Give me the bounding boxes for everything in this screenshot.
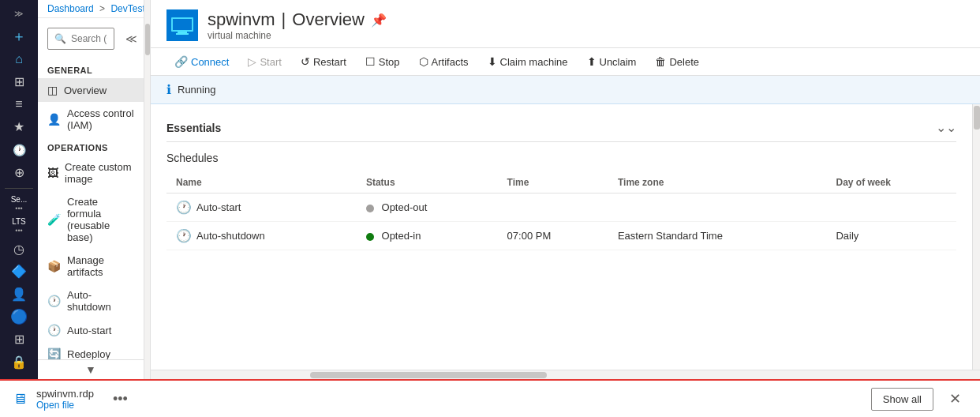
marketplace-btn[interactable]: ⊕ — [3, 162, 35, 183]
nav-item-overview[interactable]: ◫ Overview — [38, 78, 144, 102]
dashboard-btn[interactable]: ⊞ — [3, 71, 35, 92]
svg-rect-3 — [178, 32, 187, 33]
se-btn[interactable]: Se... ••• — [3, 193, 35, 214]
unclaim-icon: ⬆ — [587, 55, 597, 68]
svg-rect-4 — [176, 33, 189, 35]
expand-sidebar-btn[interactable]: ≫ — [3, 3, 35, 24]
nav-item-custom-image-label: Create custom image — [65, 161, 134, 185]
nav-item-formula[interactable]: 🧪 Create formula (reusable base) — [38, 190, 144, 249]
opted-out-dot — [366, 205, 374, 212]
artifacts-icon: ⬡ — [419, 55, 428, 68]
auto-shutdown-row-icon: 🕐 — [176, 228, 192, 243]
collapse-nav-btn[interactable]: ≪ — [125, 32, 137, 45]
auto-start-row-icon: 🕐 — [176, 200, 192, 215]
breadcrumb: Dashboard > DevTest Labs > mydtl0717 > — [38, 0, 144, 18]
recents-btn[interactable]: 🕐 — [3, 139, 35, 160]
status-bar: ℹ Running — [151, 76, 980, 104]
schedules-section: Schedules Name Status Time Time zone Day… — [166, 152, 956, 250]
h-scroll-thumb[interactable] — [310, 372, 547, 378]
claim-machine-button[interactable]: ⬇ Claim machine — [480, 51, 576, 72]
table-row: 🕐 Auto-start Opted-out — [166, 193, 956, 222]
sep1: > — [99, 3, 105, 14]
show-all-button[interactable]: Show all — [871, 388, 933, 411]
stop-icon: ☐ — [365, 55, 376, 68]
h-scroll-track[interactable] — [152, 372, 978, 378]
breadcrumb-dashboard[interactable]: Dashboard — [47, 3, 94, 14]
grid2-btn[interactable]: ⊞ — [3, 329, 35, 351]
general-section-label: General — [38, 59, 144, 78]
nav-content: General ◫ Overview 👤 Access control (IAM… — [38, 59, 144, 359]
h-scrollbar[interactable] — [151, 370, 980, 379]
open-file-link[interactable]: Open file — [36, 400, 94, 411]
toolbar: 🔗 Connect ▷ Start ↺ Restart ☐ Stop ⬡ — [151, 48, 980, 76]
nav-item-auto-shutdown-label: Auto-shutdown — [67, 289, 134, 313]
nav-item-redeploy-label: Redeploy — [67, 348, 110, 360]
resource-header: spwinvm | Overview 📌 virtual machine — [151, 0, 980, 48]
running-info-icon: ℹ — [166, 82, 171, 97]
content-scroll-area: Essentials ⌄⌄ Schedules Name Status Time — [151, 104, 980, 370]
nav-item-auto-shutdown[interactable]: 🕐 Auto-shutdown — [38, 284, 144, 318]
new-resource-btn[interactable]: ＋ — [3, 26, 35, 47]
shield-btn[interactable]: 🔷 — [3, 261, 35, 282]
auto-shutdown-day-cell: Daily — [826, 222, 956, 250]
claim-label: Claim machine — [500, 56, 568, 68]
pin-icon[interactable]: 📌 — [371, 13, 387, 28]
stop-button[interactable]: ☐ Stop — [357, 51, 408, 72]
auto-shutdown-name: Auto-shutdown — [196, 230, 265, 242]
nav-item-manage-artifacts[interactable]: 📦 Manage artifacts — [38, 249, 144, 284]
clock-btn[interactable]: ◷ — [3, 239, 35, 260]
download-close-btn[interactable]: ✕ — [943, 387, 967, 411]
download-more-btn[interactable]: ••• — [107, 388, 134, 411]
auto-shutdown-time-cell: 07:00 PM — [498, 222, 608, 250]
content-scrollbar[interactable] — [972, 104, 980, 370]
lock-btn[interactable]: 🔒 — [3, 351, 35, 373]
nav-scroll-bottom: ▼ — [38, 359, 144, 379]
list-btn[interactable]: ≡ — [3, 94, 35, 115]
person2-btn[interactable]: 🔵 — [3, 306, 35, 328]
auto-start-icon: 🕐 — [47, 324, 61, 336]
unclaim-button[interactable]: ⬆ Unclaim — [579, 51, 645, 72]
search-input[interactable] — [71, 33, 107, 44]
nav-scroll-thumb[interactable] — [145, 24, 150, 55]
overview-icon: ◫ — [47, 84, 58, 96]
nav-item-iam-label: Access control (IAM) — [67, 107, 134, 131]
favorites-btn[interactable]: ★ — [3, 117, 35, 138]
schedule-table: Name Status Time Time zone Day of week — [166, 172, 956, 250]
nav-scrollbar[interactable] — [144, 0, 151, 379]
nav-item-redeploy[interactable]: 🔄 Redeploy — [38, 342, 144, 359]
operations-section-label: Operations — [38, 137, 144, 156]
resource-title-area: spwinvm | Overview 📌 virtual machine — [208, 9, 964, 41]
artifacts-button[interactable]: ⬡ Artifacts — [411, 51, 477, 72]
auto-shutdown-status: Opted-in — [382, 230, 421, 242]
auto-shutdown-status-cell: Opted-in — [357, 222, 498, 250]
lts-btn[interactable]: LTS ••• — [3, 216, 35, 237]
auto-start-name: Auto-start — [196, 201, 241, 213]
breadcrumb-devtest[interactable]: DevTest Labs — [110, 3, 144, 14]
connect-button[interactable]: 🔗 Connect — [166, 51, 237, 72]
resource-name: spwinvm | Overview 📌 — [208, 9, 964, 30]
essentials-expand-icon[interactable]: ⌄⌄ — [936, 120, 956, 135]
claim-icon: ⬇ — [488, 55, 497, 68]
artifacts-label: Artifacts — [432, 56, 469, 68]
auto-start-status-cell: Opted-out — [357, 193, 498, 222]
delete-button[interactable]: 🗑 Delete — [647, 51, 707, 72]
home-btn[interactable]: ⌂ — [3, 48, 35, 70]
content-area: spwinvm | Overview 📌 virtual machine 🔗 C… — [151, 0, 980, 379]
nav-item-custom-image[interactable]: 🖼 Create custom image — [38, 156, 144, 190]
person-btn[interactable]: 👤 — [3, 284, 35, 305]
restart-button[interactable]: ↺ Restart — [293, 51, 354, 72]
start-button[interactable]: ▷ Start — [240, 51, 289, 72]
delete-icon: 🗑 — [655, 55, 666, 68]
content-scroll-thumb[interactable] — [974, 106, 980, 130]
main-area: ≫ ＋ ⌂ ⊞ ≡ ★ 🕐 ⊕ Se... ••• LTS ••• ◷ 🔷 👤 … — [0, 0, 980, 379]
essentials-section: Essentials ⌄⌄ — [166, 114, 956, 142]
scroll-down-icon[interactable]: ▼ — [85, 363, 96, 376]
vm-icon — [168, 11, 196, 39]
essentials-title: Essentials — [166, 122, 221, 134]
search-box: 🔍 — [47, 28, 114, 50]
nav-item-iam[interactable]: 👤 Access control (IAM) — [38, 102, 144, 137]
nav-item-auto-start[interactable]: 🕐 Auto-start — [38, 318, 144, 342]
auto-start-status: Opted-out — [382, 201, 428, 213]
col-timezone: Time zone — [608, 172, 827, 193]
col-status: Status — [357, 172, 498, 193]
